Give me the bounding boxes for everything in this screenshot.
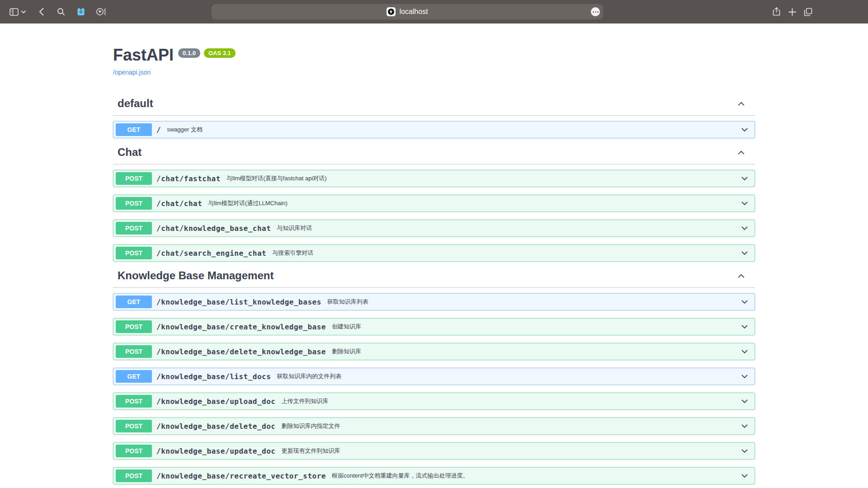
section-header[interactable]: Knowledge Base Management [113, 269, 755, 288]
oas-badge: OAS 3.1 [204, 48, 236, 58]
http-method-badge: POST [116, 320, 152, 333]
address-text: localhost [399, 8, 428, 16]
http-method-badge: POST [116, 345, 152, 358]
operation-row[interactable]: POST /knowledge_base/update_doc 更新现有文件到知… [113, 442, 755, 460]
expand-operation-icon[interactable] [740, 199, 749, 208]
operation-summary: 与llm模型对话(通过LLMChain) [208, 199, 288, 207]
section-header[interactable]: Chat [113, 146, 755, 164]
section-title: Chat [118, 146, 736, 159]
operation-row[interactable]: POST /knowledge_base/upload_doc 上传文件到知识库 [113, 393, 755, 410]
operation-row[interactable]: POST /chat/chat 与llm模型对话(通过LLMChain) [113, 195, 755, 212]
expand-operation-icon[interactable] [740, 174, 749, 183]
expand-operation-icon[interactable] [740, 347, 749, 356]
pinned-tab-icon[interactable] [76, 7, 86, 17]
operation-row[interactable]: POST /knowledge_base/delete_doc 删除知识库内指定… [113, 418, 755, 435]
operation-path: /chat/knowledge_base_chat [156, 224, 271, 233]
operation-summary: 删除知识库内指定文件 [281, 422, 340, 430]
operation-row[interactable]: POST /chat/fastchat 与llm模型对话(直接与fastchat… [113, 170, 755, 187]
sidebar-chevron-icon[interactable] [21, 7, 26, 17]
operation-row[interactable]: POST /chat/search_engine_chat 与搜索引擎对话 [113, 244, 755, 262]
operation-row[interactable]: GET /knowledge_base/list_docs 获取知识库内的文件列… [113, 368, 755, 385]
expand-operation-icon[interactable] [740, 125, 749, 134]
operation-path: /chat/search_engine_chat [156, 249, 266, 258]
http-method-badge: GET [116, 370, 152, 383]
api-section: default GET / swagger 文档 [113, 97, 755, 138]
operation-path: / [156, 126, 161, 134]
operation-path: /knowledge_base/delete_knowledge_base [156, 347, 326, 356]
expand-operation-icon[interactable] [740, 397, 749, 406]
page-menu-icon[interactable] [591, 7, 600, 16]
swagger-page: FastAPI 0.1.0 OAS 3.1 /openapi.json defa… [0, 23, 868, 488]
expand-operation-icon[interactable] [740, 471, 749, 480]
operation-path: /knowledge_base/recreate_vector_store [156, 472, 326, 480]
version-badge: 0.1.0 [178, 48, 200, 58]
operation-summary: swagger 文档 [167, 126, 203, 134]
operation-row[interactable]: GET /knowledge_base/list_knowledge_bases… [113, 293, 755, 310]
expand-operation-icon[interactable] [740, 446, 749, 455]
operation-summary: 获取知识库列表 [327, 298, 368, 306]
operation-path: /knowledge_base/upload_doc [156, 397, 275, 406]
operation-path: /knowledge_base/list_knowledge_bases [156, 298, 321, 306]
operation-row[interactable]: POST /knowledge_base/recreate_vector_sto… [113, 467, 755, 484]
expand-operation-icon[interactable] [740, 372, 749, 381]
operation-path: /knowledge_base/delete_doc [156, 422, 275, 431]
sidebar-toggle-icon[interactable] [9, 7, 19, 17]
live-rings-icon[interactable] [96, 7, 106, 17]
http-method-badge: POST [116, 247, 152, 259]
operation-row[interactable]: POST /chat/knowledge_base_chat 与知识库对话 [113, 220, 755, 237]
operation-path: /chat/chat [156, 199, 202, 208]
section-header[interactable]: default [113, 97, 755, 116]
api-section: Chat POST /chat/fastchat 与llm模型对话(直接与fas… [113, 146, 755, 262]
expand-operation-icon[interactable] [740, 297, 749, 306]
http-method-badge: POST [116, 197, 152, 210]
http-method-badge: POST [116, 469, 152, 482]
operation-path: /knowledge_base/list_docs [156, 372, 271, 381]
operation-summary: 与llm模型对话(直接与fastchat api对话) [226, 174, 327, 183]
tab-overview-icon[interactable] [803, 7, 813, 17]
operation-summary: 更新现有文件到知识库 [281, 447, 340, 455]
search-icon[interactable] [56, 7, 66, 17]
section-title: Knowledge Base Management [118, 269, 736, 282]
operation-row[interactable]: POST /knowledge_base/delete_knowledge_ba… [113, 343, 755, 360]
address-bar[interactable]: localhost [212, 4, 603, 19]
operation-summary: 获取知识库内的文件列表 [277, 372, 341, 380]
browser-toolbar: localhost [0, 0, 868, 23]
operation-summary: 与知识库对话 [277, 224, 312, 232]
section-title: default [118, 97, 736, 110]
api-info: FastAPI 0.1.0 OAS 3.1 [0, 23, 868, 65]
operation-row[interactable]: POST /knowledge_base/create_knowledge_ba… [113, 318, 755, 335]
operation-path: /knowledge_base/create_knowledge_base [156, 323, 326, 331]
operation-summary: 与搜索引擎对话 [272, 249, 313, 257]
collapse-section-icon[interactable] [736, 271, 746, 281]
collapse-section-icon[interactable] [736, 99, 746, 108]
openapi-spec-link[interactable]: /openapi.json [113, 69, 151, 76]
expand-operation-icon[interactable] [740, 422, 749, 431]
api-sections: default GET / swagger 文档 Chat POST /chat… [113, 97, 755, 484]
operation-summary: 创建知识库 [332, 323, 361, 331]
collapse-section-icon[interactable] [736, 148, 746, 157]
http-method-badge: POST [116, 420, 152, 432]
http-method-badge: GET [116, 296, 152, 308]
api-section: Knowledge Base Management GET /knowledge… [113, 269, 755, 484]
operation-path: /knowledge_base/update_doc [156, 447, 275, 455]
http-method-badge: GET [116, 123, 152, 136]
http-method-badge: POST [116, 222, 152, 235]
operation-row[interactable]: GET / swagger 文档 [113, 121, 755, 138]
expand-operation-icon[interactable] [740, 224, 749, 233]
operation-summary: 上传文件到知识库 [281, 397, 328, 405]
new-tab-icon[interactable] [787, 7, 797, 17]
operation-path: /chat/fastchat [156, 174, 221, 183]
expand-operation-icon[interactable] [740, 322, 749, 331]
share-icon[interactable] [771, 7, 781, 17]
expand-operation-icon[interactable] [740, 249, 749, 258]
http-method-badge: POST [116, 445, 152, 457]
operation-summary: 删除知识库 [332, 347, 361, 356]
operation-summary: 根据content中文档重建向量库，流式输出处理进度。 [332, 472, 469, 480]
page-title: FastAPI [113, 45, 174, 65]
http-method-badge: POST [116, 395, 152, 408]
site-favicon [387, 7, 396, 16]
back-icon[interactable] [36, 7, 46, 17]
http-method-badge: POST [116, 172, 152, 185]
